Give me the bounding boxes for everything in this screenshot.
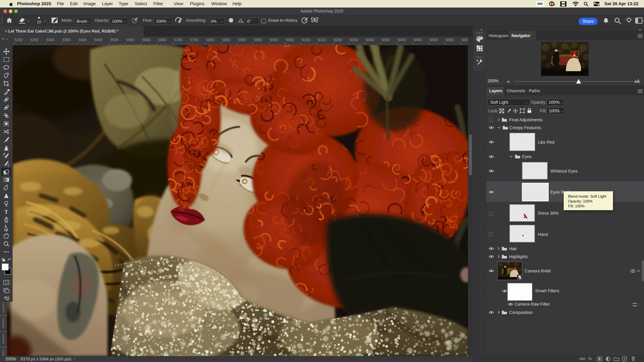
svg-text:6150: 6150 xyxy=(318,38,326,42)
svg-text:5800: 5800 xyxy=(206,38,214,42)
svg-text:5950: 5950 xyxy=(254,38,262,42)
svg-text:5850: 5850 xyxy=(222,38,230,42)
svg-text:5450: 5450 xyxy=(94,38,102,42)
svg-text:6300: 6300 xyxy=(366,38,374,42)
svg-text:5600: 5600 xyxy=(142,38,150,42)
svg-text:10: 10 xyxy=(37,20,41,24)
svg-text:6200: 6200 xyxy=(334,38,342,42)
svg-text:6100: 6100 xyxy=(302,38,310,42)
svg-text:5350: 5350 xyxy=(62,38,70,42)
svg-text:0: 0 xyxy=(2,310,4,313)
svg-text:0: 0 xyxy=(2,325,4,329)
svg-text:»: » xyxy=(6,37,8,40)
svg-text:5700: 5700 xyxy=(174,38,182,42)
svg-text:6050: 6050 xyxy=(286,38,294,42)
svg-text:5300: 5300 xyxy=(46,38,54,42)
svg-text:6450: 6450 xyxy=(414,38,422,42)
svg-text:6600: 6600 xyxy=(462,38,468,42)
svg-text:✕: ✕ xyxy=(1,37,4,41)
svg-text:5400: 5400 xyxy=(78,38,86,42)
svg-text:6400: 6400 xyxy=(398,38,406,42)
svg-text:6500: 6500 xyxy=(430,38,438,42)
svg-text:5200: 5200 xyxy=(14,38,22,42)
svg-text:5900: 5900 xyxy=(238,38,246,42)
svg-text:5750: 5750 xyxy=(190,38,198,42)
svg-text:6350: 6350 xyxy=(382,38,390,42)
svg-text:6000: 6000 xyxy=(270,38,278,42)
svg-text:5250: 5250 xyxy=(30,38,38,42)
svg-text:6250: 6250 xyxy=(350,38,358,42)
svg-text:0: 0 xyxy=(2,341,4,345)
svg-text:0: 0 xyxy=(2,354,4,356)
svg-text:5650: 5650 xyxy=(158,38,166,42)
svg-text:T: T xyxy=(4,209,8,215)
svg-text:5500: 5500 xyxy=(110,38,118,42)
svg-text:6550: 6550 xyxy=(446,38,454,42)
svg-text:5550: 5550 xyxy=(126,38,134,42)
